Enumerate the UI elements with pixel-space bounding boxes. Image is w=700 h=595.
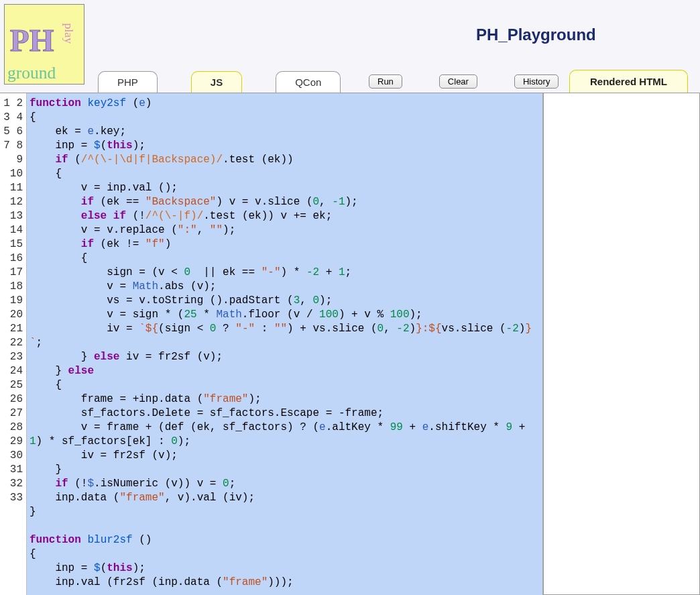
code-editor[interactable]: 1 2 3 4 5 6 7 8 9 10 11 12 13 14 15 16 1…	[0, 93, 543, 595]
button-bar: Run Clear History	[369, 74, 559, 89]
svg-text:play: play	[62, 23, 76, 44]
svg-text:ground: ground	[7, 63, 56, 83]
rendered-output	[543, 93, 700, 595]
tab-rendered-html[interactable]: Rendered HTML	[569, 70, 688, 93]
history-button[interactable]: History	[514, 74, 559, 89]
tab-bar: PHP JS QCon	[98, 71, 341, 93]
clear-button[interactable]: Clear	[439, 74, 477, 89]
line-gutter: 1 2 3 4 5 6 7 8 9 10 11 12 13 14 15 16 1…	[0, 93, 27, 595]
logo: PH play ground	[4, 4, 84, 85]
main: 1 2 3 4 5 6 7 8 9 10 11 12 13 14 15 16 1…	[0, 93, 700, 595]
tab-qcon[interactable]: QCon	[276, 71, 341, 93]
code-area[interactable]: function key2sf (e) { ek = e.key; inp = …	[27, 93, 542, 595]
run-button[interactable]: Run	[369, 74, 402, 89]
header: PH play ground PH_Playground PHP JS QCon…	[0, 0, 700, 93]
svg-text:PH: PH	[10, 23, 54, 58]
page-title: PH_Playground	[476, 25, 596, 44]
tab-php[interactable]: PHP	[98, 71, 158, 93]
tab-js[interactable]: JS	[191, 71, 242, 93]
